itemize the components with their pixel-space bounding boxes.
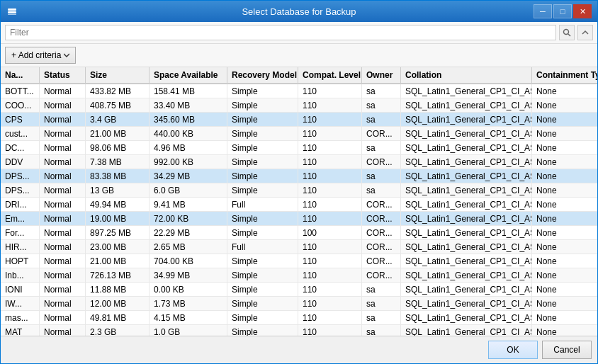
table-cell-name: BOTT...	[1, 84, 40, 98]
filter-collapse-button[interactable]	[577, 25, 593, 40]
svg-rect-1	[8, 11, 16, 13]
table-cell-collation: SQL_Latin1_General_CP1_CI_AS	[401, 240, 532, 254]
table-cell-compat: 110	[298, 169, 362, 183]
col-header-containment[interactable]: Containment Type	[532, 67, 597, 83]
table-cell-collation: SQL_Latin1_General_CP1_CI_AS	[401, 141, 532, 154]
table-cell-containment: None	[532, 169, 597, 183]
table-cell-containment: None	[532, 311, 597, 324]
table-row[interactable]: DPS...Normal83.38 MB34.29 MBSimple110saS…	[1, 169, 597, 183]
table-row[interactable]: BOTT...Normal433.82 MB158.41 MBSimple110…	[1, 84, 597, 98]
table-cell-space: 2.65 MB	[150, 240, 227, 254]
table-row[interactable]: HIR...Normal23.00 MB2.65 MBFull110COR...…	[1, 240, 597, 254]
table-row[interactable]: IW...Normal12.00 MB1.73 MBSimple110saSQL…	[1, 297, 597, 311]
table-cell-owner: COR...	[362, 155, 401, 169]
table-cell-name: MAT	[1, 325, 40, 336]
table-cell-recovery: Simple	[227, 297, 298, 310]
table-cell-name: IONI	[1, 283, 40, 296]
table-cell-size: 433.82 MB	[86, 84, 150, 98]
table-cell-collation: SQL_Latin1_General_CP1_CI_AS	[401, 84, 532, 98]
col-header-recovery[interactable]: Recovery Model	[227, 67, 298, 83]
close-button[interactable]: ✕	[573, 4, 592, 18]
table-row[interactable]: HOPTNormal21.00 MB704.00 KBSimple110COR.…	[1, 254, 597, 268]
table-cell-containment: None	[532, 283, 597, 296]
table-cell-status: Normal	[40, 297, 86, 310]
app-icon	[6, 6, 18, 17]
table-cell-compat: 110	[298, 325, 362, 336]
table-cell-collation: SQL_Latin1_General_CP1_CI_AS	[401, 297, 532, 310]
table-row[interactable]: Inb...Normal726.13 MB34.99 MBSimple110CO…	[1, 268, 597, 283]
table-cell-name: Inb...	[1, 268, 40, 282]
table-cell-space: 345.60 MB	[150, 113, 227, 126]
add-criteria-button[interactable]: + Add criteria	[5, 47, 76, 64]
table-cell-name: IW...	[1, 297, 40, 310]
maximize-button[interactable]: □	[553, 4, 572, 18]
table-cell-space: 22.29 MB	[150, 226, 227, 239]
table-body: BOTT...Normal433.82 MB158.41 MBSimple110…	[1, 84, 597, 336]
cancel-button[interactable]: Cancel	[542, 341, 592, 359]
table-cell-recovery: Simple	[227, 155, 298, 169]
table-row[interactable]: DRI...Normal49.94 MB9.41 MBFull110COR...…	[1, 198, 597, 212]
table-row[interactable]: DC...Normal98.06 MB4.96 MBSimple110saSQL…	[1, 141, 597, 155]
table-row[interactable]: COO...Normal408.75 MB33.40 MBSimple110sa…	[1, 98, 597, 113]
table-cell-recovery: Simple	[227, 226, 298, 239]
table-cell-space: 33.40 MB	[150, 98, 227, 112]
table-cell-name: HIR...	[1, 240, 40, 254]
minimize-button[interactable]: ─	[534, 4, 552, 18]
col-header-name[interactable]: Na...	[1, 67, 40, 83]
table-cell-size: 897.25 MB	[86, 226, 150, 239]
filter-search-button[interactable]	[559, 25, 575, 40]
table-cell-status: Normal	[40, 113, 86, 126]
table-cell-owner: COR...	[362, 268, 401, 282]
table-cell-compat: 110	[298, 254, 362, 268]
table-cell-containment: None	[532, 325, 597, 336]
col-header-owner[interactable]: Owner	[362, 67, 401, 83]
table-cell-collation: SQL_Latin1_General_CP1_CI_AS	[401, 127, 532, 140]
window-controls: ─ □ ✕	[534, 4, 592, 18]
table-cell-compat: 110	[298, 240, 362, 254]
col-header-status[interactable]: Status	[40, 67, 86, 83]
table-cell-space: 1.73 MB	[150, 297, 227, 310]
dialog-footer: OK Cancel	[1, 336, 597, 363]
table-cell-status: Normal	[40, 198, 86, 211]
table-cell-name: DPS...	[1, 183, 40, 197]
col-header-size[interactable]: Size	[86, 67, 150, 83]
table-cell-status: Normal	[40, 212, 86, 225]
table-cell-compat: 100	[298, 226, 362, 239]
table-cell-size: 3.4 GB	[86, 113, 150, 126]
table-cell-status: Normal	[40, 268, 86, 282]
table-cell-name: COO...	[1, 98, 40, 112]
table-cell-size: 11.88 MB	[86, 283, 150, 296]
table-row[interactable]: Em...Normal19.00 MB72.00 KBSimple110COR.…	[1, 212, 597, 226]
table-row[interactable]: DPS...Normal13 GB6.0 GBSimple110saSQL_La…	[1, 183, 597, 198]
table-cell-owner: COR...	[362, 127, 401, 140]
table-cell-collation: SQL_Latin1_General_CP1_CI_AS	[401, 325, 532, 336]
table-cell-containment: None	[532, 155, 597, 169]
table-row[interactable]: mas...Normal49.81 MB4.15 MBSimple110saSQ…	[1, 311, 597, 325]
svg-point-3	[564, 30, 569, 35]
col-header-compat[interactable]: Compat. Level	[298, 67, 362, 83]
table-cell-recovery: Simple	[227, 254, 298, 268]
table-cell-owner: COR...	[362, 254, 401, 268]
table-cell-name: mas...	[1, 311, 40, 324]
table-row[interactable]: For...Normal897.25 MB22.29 MBSimple100CO…	[1, 226, 597, 240]
col-header-collation[interactable]: Collation	[401, 67, 532, 83]
table-row[interactable]: CPSNormal3.4 GB345.60 MBSimple110saSQL_L…	[1, 113, 597, 127]
table-cell-status: Normal	[40, 183, 86, 197]
table-row[interactable]: DDVNormal7.38 MB992.00 KBSimple110COR...…	[1, 155, 597, 169]
table-cell-name: Em...	[1, 212, 40, 225]
table-cell-status: Normal	[40, 141, 86, 154]
table-cell-space: 34.29 MB	[150, 169, 227, 183]
table-cell-compat: 110	[298, 84, 362, 98]
dropdown-arrow-icon	[64, 52, 69, 58]
table-cell-recovery: Simple	[227, 283, 298, 296]
table-cell-status: Normal	[40, 98, 86, 112]
ok-button[interactable]: OK	[488, 341, 538, 359]
table-row[interactable]: cust...Normal21.00 MB440.00 KBSimple110C…	[1, 127, 597, 141]
table-row[interactable]: IONINormal11.88 MB0.00 KBSimple110saSQL_…	[1, 283, 597, 297]
table-row[interactable]: MATNormal2.3 GB1.0 GBSimple110saSQL_Lati…	[1, 325, 597, 336]
table-cell-containment: None	[532, 84, 597, 98]
table-cell-size: 83.38 MB	[86, 169, 150, 183]
table-cell-containment: None	[532, 113, 597, 126]
filter-input[interactable]	[5, 25, 556, 40]
col-header-space[interactable]: Space Available	[150, 67, 227, 83]
